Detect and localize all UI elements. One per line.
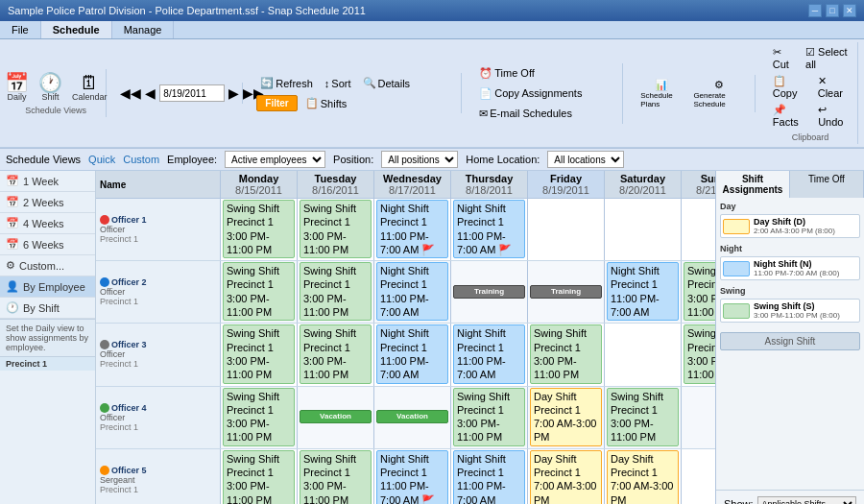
calendar-label: Calendar	[72, 92, 108, 102]
shift-cell-1-5[interactable]: Night Shift Precinct 1 11:00 PM-7:00 AM	[605, 261, 682, 323]
date-input[interactable]: 8/19/2011	[159, 84, 225, 102]
selectall-btn[interactable]: ☑ Select all	[802, 44, 852, 72]
copy-btn[interactable]: 📄 Copy Assignments	[475, 85, 586, 102]
assign-shift-btn[interactable]: Assign Shift	[720, 332, 860, 350]
shifts-btn[interactable]: 📋 Shifts	[301, 95, 351, 111]
show-select[interactable]: Applicable Shifts	[757, 496, 856, 504]
copy2-btn[interactable]: 📋 Copy	[769, 73, 810, 101]
close-btn[interactable]: ✕	[843, 4, 856, 17]
shift-cell-3-5[interactable]: Swing Shift Precinct 1 3:00 PM-11:00 PM	[605, 387, 682, 448]
view-byemployee[interactable]: 👤 By Employee	[0, 276, 95, 298]
shift-cell-4-3[interactable]: Night Shift Precinct 1 11:00 PM-7:00 AM	[451, 449, 528, 504]
undo-btn[interactable]: ↩ Undo	[814, 102, 852, 130]
view-btn-row: 📅 Daily 🕐 Shift 🗓 Calendar	[1, 71, 111, 104]
tab-time-off[interactable]: Time Off	[790, 171, 864, 198]
shift-cell-0-6[interactable]	[682, 199, 715, 260]
shift-cell-2-4[interactable]: Swing Shift Precinct 1 3:00 PM-11:00 PM	[528, 324, 605, 385]
generate-btn[interactable]: ⚙ Generate Schedule	[689, 77, 748, 110]
tab-shift-assignments[interactable]: Shift Assignments	[716, 171, 790, 198]
generate-icon: ⚙	[714, 79, 724, 91]
shift-cell-0-3[interactable]: Night Shift Precinct 1 11:00 PM-7:00 AM …	[451, 199, 528, 260]
shift-cell-4-4[interactable]: Day Shift Precinct 1 7:00 AM-3:00 PM	[528, 449, 605, 504]
shift-cell-2-3[interactable]: Night Shift Precinct 1 11:00 PM-7:00 AM	[451, 324, 528, 385]
view-byshift[interactable]: 🕐 By Shift	[0, 298, 95, 319]
daily-btn[interactable]: 📅 Daily	[1, 71, 33, 104]
shift-cell-1-1[interactable]: Swing Shift Precinct 1 3:00 PM-11:00 PM	[298, 261, 374, 323]
table-row[interactable]: Officer 5 Sergeant Precinct 1 Swing Shif…	[96, 449, 715, 504]
clipboard-group: ✂ Cut ☑ Select all 📋 Copy ✕ Clear 📌 Fact…	[763, 42, 858, 144]
view-1week[interactable]: 📅 1 Week	[0, 171, 95, 192]
shift-cell-0-2[interactable]: Night Shift Precinct 1 11:00 PM-7:00 AM …	[374, 199, 451, 260]
ribbon-tabs: File Schedule Manage	[0, 21, 864, 39]
shift-cell-4-2[interactable]: Night Shift Precinct 1 11:00 PM-7:00 AM …	[374, 449, 451, 504]
shift-cell-3-6[interactable]	[682, 387, 715, 448]
table-row[interactable]: Officer 3 Officer Precinct 1 Swing Shift…	[96, 324, 715, 386]
shift-cell-0-1[interactable]: Swing Shift Precinct 1 3:00 PM-11:00 PM	[298, 199, 374, 260]
timeoff-btn[interactable]: ⏰ Time Off	[475, 65, 539, 82]
position-select[interactable]: All positions	[381, 151, 458, 168]
next-btn[interactable]: ▶	[228, 85, 239, 101]
shift-cell-0-4[interactable]	[528, 199, 605, 260]
clear-btn[interactable]: ✕ Clear	[814, 73, 852, 101]
table-row[interactable]: Officer 4 Officer Precinct 1 Swing Shift…	[96, 387, 715, 449]
filter-btn[interactable]: Filter	[256, 95, 297, 111]
maximize-btn[interactable]: □	[826, 4, 839, 17]
main-area: 📅 1 Week 📅 2 Weeks 📅 4 Weeks 📅 6 Weeks ⚙…	[0, 171, 864, 504]
minimize-btn[interactable]: ─	[808, 4, 822, 17]
employee-select[interactable]: Active employees	[225, 151, 325, 168]
shift-cell-1-3[interactable]: Training	[451, 261, 528, 323]
shift-cell-0-5[interactable]	[605, 199, 682, 260]
emp-name-3: Officer 4 Officer Precinct 1	[96, 387, 221, 448]
shift-btn[interactable]: 🕐 Shift	[35, 71, 66, 104]
table-row[interactable]: Officer 1 Officer Precinct 1 Swing Shift…	[96, 199, 715, 261]
swing-shift-legend[interactable]: Swing Shift (S) 3:00 PM-11:00 PM (8:00)	[720, 299, 860, 323]
sort-btn[interactable]: ↕ Sort	[321, 76, 355, 91]
shift-cell-2-6[interactable]: Swing Shift Precinct 1 3:00 PM-11:00 PM	[682, 324, 715, 385]
night-shift-legend[interactable]: Night Shift (N) 11:00 PM-7:00 AM (8:00)	[720, 256, 860, 280]
cut-btn[interactable]: ✂ Cut	[769, 44, 798, 72]
shift-cell-2-2[interactable]: Night Shift Precinct 1 11:00 PM-7:00 AM	[374, 324, 451, 385]
view-2weeks[interactable]: 📅 2 Weeks	[0, 192, 95, 213]
schedule-plans-btn[interactable]: 📊 Schedule Plans	[636, 77, 685, 110]
shift-cell-3-3[interactable]: Swing Shift Precinct 1 3:00 PM-11:00 PM	[451, 387, 528, 448]
paste-btn[interactable]: 📌 Facts	[769, 102, 810, 130]
prev-week-btn[interactable]: ◀◀	[120, 85, 141, 101]
shifts-panel: Day Day Shift (D) 2:00 AM-3:00 PM (8:00)…	[716, 198, 864, 490]
shift-cell-3-1[interactable]: Vacation	[298, 387, 374, 448]
shift-cell-1-2[interactable]: Night Shift Precinct 1 11:00 PM-7:00 AM	[374, 261, 451, 323]
shift-cell-2-1[interactable]: Swing Shift Precinct 1 3:00 PM-11:00 PM	[298, 324, 374, 385]
employee-label: Employee:	[167, 154, 217, 165]
table-row[interactable]: Officer 2 Officer Precinct 1 Swing Shift…	[96, 261, 715, 324]
shift-cell-2-5[interactable]	[605, 324, 682, 385]
details-btn[interactable]: 🔍 Details	[359, 75, 415, 91]
prev-btn[interactable]: ◀	[145, 85, 156, 101]
shift-cell-1-0[interactable]: Swing Shift Precinct 1 3:00 PM-11:00 PM	[221, 261, 298, 323]
shift-cell-1-6[interactable]: Swing Shift Precinct 1 3:00 PM-11:00 PM	[682, 261, 715, 323]
title-bar: Sample Police Patrol Division - Police D…	[0, 0, 864, 21]
homeloc-label: Home Location:	[466, 154, 540, 165]
view-4weeks[interactable]: 📅 4 Weeks	[0, 213, 95, 234]
shift-cell-4-5[interactable]: Day Shift Precinct 1 7:00 AM-3:00 PM	[605, 449, 682, 504]
tab-file[interactable]: File	[0, 21, 41, 38]
ribbon: File Schedule Manage 📅 Daily 🕐 Shift 🗓 C…	[0, 21, 864, 149]
view-group-label: Schedule Views	[25, 106, 86, 115]
tab-schedule[interactable]: Schedule	[41, 21, 112, 38]
shift-cell-1-4[interactable]: Training	[528, 261, 605, 323]
shift-cell-0-0[interactable]: Swing Shift Precinct 1 3:00 PM-11:00 PM	[221, 199, 298, 260]
shift-cell-4-6[interactable]	[682, 449, 715, 504]
shift-cell-3-0[interactable]: Swing Shift Precinct 1 3:00 PM-11:00 PM	[221, 387, 298, 448]
email-btn[interactable]: ✉ E-mail Schedules	[475, 106, 576, 122]
view-6weeks[interactable]: 📅 6 Weeks	[0, 234, 95, 255]
calendar-btn[interactable]: 🗓 Calendar	[68, 71, 111, 104]
view-custom[interactable]: ⚙ Custom...	[0, 255, 95, 276]
refresh-btn[interactable]: 🔄 Refresh	[256, 75, 317, 91]
tab-manage[interactable]: Manage	[112, 21, 175, 38]
shift-cell-2-0[interactable]: Swing Shift Precinct 1 3:00 PM-11:00 PM	[221, 324, 298, 385]
day-shift-legend[interactable]: Day Shift (D) 2:00 AM-3:00 PM (8:00)	[720, 214, 860, 238]
homeloc-select[interactable]: All locations	[547, 151, 624, 168]
shift-cell-3-4[interactable]: Day Shift Precinct 1 7:00 AM-3:00 PM	[528, 387, 605, 448]
shift-cell-4-1[interactable]: Swing Shift Precinct 1 3:00 PM-11:00 PM	[298, 449, 374, 504]
shift-cell-3-2[interactable]: Vacation	[374, 387, 451, 448]
night-section-label: Night	[720, 244, 860, 253]
shift-cell-4-0[interactable]: Swing Shift Precinct 1 3:00 PM-11:00 PM	[221, 449, 298, 504]
